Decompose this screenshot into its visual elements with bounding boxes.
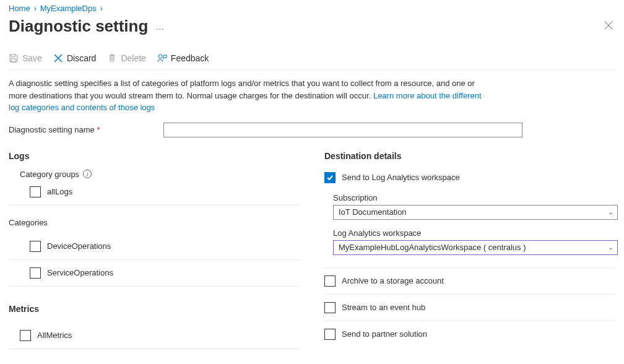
more-actions-button[interactable]: … (155, 22, 165, 32)
categories-label: Categories (9, 218, 300, 227)
log-analytics-label: Send to Log Analytics workspace (342, 173, 460, 182)
breadcrumb-home[interactable]: Home (9, 4, 30, 13)
storage-checkbox[interactable] (324, 275, 336, 287)
eventhub-label: Stream to an event hub (342, 303, 425, 312)
workspace-select[interactable]: MyExampleHubLogAnalyticsWorkspace ( cent… (333, 240, 618, 255)
eventhub-row: Stream to an event hub (324, 295, 615, 321)
workspace-value: MyExampleHubLogAnalyticsWorkspace ( cent… (339, 243, 526, 252)
allmetrics-row: AllMetrics (9, 323, 300, 349)
destination-header: Destination details (324, 151, 615, 161)
chevron-down-icon: ⌄ (608, 243, 613, 251)
metrics-header: Metrics (9, 304, 300, 314)
log-analytics-row: Send to Log Analytics workspace (324, 170, 615, 186)
logs-header: Logs (9, 151, 300, 161)
name-row: Diagnostic setting name * (9, 123, 615, 137)
deviceoperations-row: DeviceOperations (9, 233, 300, 260)
description: A diagnostic setting specifies a list of… (9, 77, 492, 114)
svg-point-0 (158, 54, 162, 58)
logs-column: Logs Category groups i allLogs Categorie… (9, 151, 300, 349)
delete-icon (107, 53, 117, 63)
chevron-right-icon: › (100, 4, 103, 13)
close-icon (604, 21, 613, 30)
discard-button[interactable]: Discard (53, 53, 96, 63)
deviceoperations-checkbox[interactable] (30, 241, 41, 252)
breadcrumb: Home › MyExampleDps › (9, 4, 615, 13)
info-icon[interactable]: i (83, 170, 92, 178)
alllogs-label: allLogs (47, 187, 72, 196)
partner-row: Send to partner solution (324, 321, 615, 347)
feedback-label: Feedback (171, 53, 209, 63)
toolbar: Save Discard Delete Feedback (9, 53, 615, 70)
workspace-label: Log Analytics workspace (333, 228, 615, 238)
subscription-select[interactable]: IoT Documentation ⌄ (333, 205, 618, 220)
header: Diagnostic setting … (9, 17, 615, 36)
subscription-label: Subscription (333, 193, 615, 202)
storage-row: Archive to a storage account (324, 268, 615, 295)
alllogs-row: allLogs (9, 179, 300, 206)
destination-column: Destination details Send to Log Analytic… (324, 151, 615, 349)
page-title: Diagnostic setting (9, 17, 148, 36)
delete-button[interactable]: Delete (107, 53, 145, 63)
breadcrumb-resource[interactable]: MyExampleDps (40, 4, 97, 13)
partner-label: Send to partner solution (342, 329, 427, 339)
setting-name-label: Diagnostic setting name * (9, 125, 157, 134)
serviceoperations-row: ServiceOperations (9, 260, 300, 287)
deviceoperations-label: DeviceOperations (47, 241, 111, 251)
feedback-icon (157, 53, 167, 63)
save-button[interactable]: Save (9, 53, 42, 63)
category-groups-label: Category groups (20, 170, 79, 179)
chevron-down-icon: ⌄ (608, 208, 613, 216)
allmetrics-label: AllMetrics (37, 331, 72, 340)
log-analytics-checkbox[interactable] (324, 172, 336, 183)
close-button[interactable] (602, 17, 615, 35)
discard-label: Discard (67, 53, 96, 63)
discard-icon (53, 53, 63, 63)
chevron-right-icon: › (34, 4, 37, 13)
partner-checkbox[interactable] (324, 329, 336, 340)
feedback-button[interactable]: Feedback (157, 53, 209, 63)
save-label: Save (22, 53, 42, 63)
alllogs-checkbox[interactable] (30, 186, 41, 197)
subscription-value: IoT Documentation (339, 207, 407, 217)
delete-label: Delete (121, 53, 145, 63)
setting-name-input[interactable] (163, 123, 522, 137)
serviceoperations-checkbox[interactable] (30, 267, 41, 279)
save-icon (9, 53, 19, 63)
allmetrics-checkbox[interactable] (20, 330, 31, 341)
eventhub-checkbox[interactable] (324, 302, 336, 313)
storage-label: Archive to a storage account (342, 276, 444, 285)
serviceoperations-label: ServiceOperations (47, 268, 113, 277)
